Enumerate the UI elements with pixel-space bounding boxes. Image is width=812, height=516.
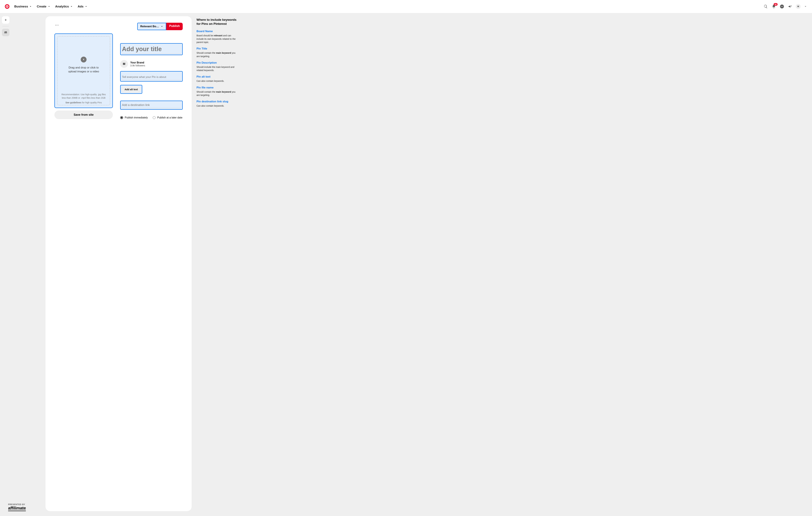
board-select[interactable]: Relevant Bo… (137, 23, 166, 30)
upload-arrow-icon (81, 57, 87, 62)
description-input[interactable] (122, 74, 181, 80)
left-rail (0, 13, 11, 516)
nav-ads[interactable]: Ads (78, 5, 87, 8)
desc-highlight (120, 71, 183, 82)
svg-point-5 (5, 32, 5, 32)
nav-analytics[interactable]: Analytics (55, 5, 73, 8)
notification-badge: 94 (774, 3, 778, 6)
publish-button[interactable]: Publish (166, 23, 183, 30)
annotation-pin-title: Pin Title Should contain the main keywor… (197, 47, 239, 58)
chevron-down-icon (85, 5, 87, 8)
radio-empty-icon (153, 116, 155, 119)
card-body: Drag and drop or click to upload images … (54, 33, 183, 119)
bell-icon[interactable]: 94 (772, 4, 776, 9)
link-highlight (120, 100, 183, 110)
nav-create[interactable]: Create (37, 5, 50, 8)
content-row: Relevant Bo… Publish Drag and drop (11, 13, 812, 516)
nav-label: Create (37, 5, 46, 8)
add-button[interactable] (2, 16, 9, 24)
more-options-button[interactable] (54, 23, 59, 28)
radio-filled-icon (120, 116, 123, 119)
chevron-down-icon (29, 5, 32, 8)
upload-recommendation: Recommendation: Use high-quality .jpg fi… (58, 93, 109, 104)
top-nav: Business Create Analytics Ads 94 M (0, 0, 812, 13)
avatar[interactable]: M (796, 4, 801, 9)
chevron-down-icon (48, 5, 50, 8)
annotation-pin-file-name: Pin file name Should contain the main ke… (197, 86, 239, 97)
avatar: M (120, 60, 128, 68)
annotation-pin-description: Pin Description Should include the main … (197, 61, 239, 72)
chat-icon[interactable] (780, 4, 784, 9)
destination-link-input[interactable] (122, 102, 181, 108)
upload-dropzone[interactable]: Drag and drop or click to upload images … (54, 33, 113, 108)
top-nav-right: 94 M (763, 4, 807, 9)
pinterest-logo-icon[interactable] (5, 4, 9, 9)
alt-highlight: Add alt text (120, 85, 142, 94)
svg-point-3 (782, 6, 783, 7)
nav-label: Analytics (55, 5, 69, 8)
board-selected-label: Relevant Bo… (140, 25, 159, 28)
nav-label: Ads (78, 5, 84, 8)
annotation-pin-link-slug: Pin destination link slug Can also conta… (197, 100, 239, 108)
publish-immediately-radio[interactable]: Publish immediately (120, 116, 148, 119)
board-publish-group: Relevant Bo… Publish (137, 23, 183, 30)
presented-brand: affilimate (8, 506, 26, 511)
nav-label: Business (14, 5, 28, 8)
chevron-down-icon (70, 5, 73, 8)
title-highlight (120, 43, 183, 55)
chevron-down-icon (161, 25, 163, 28)
upload-column: Drag and drop or click to upload images … (54, 33, 113, 119)
publish-timing-row: Publish immediately Publish at a later d… (120, 116, 183, 119)
annotation-board-name: Board Name Board should be relevant and … (197, 30, 239, 44)
main-area: Relevant Bo… Publish Drag and drop (0, 13, 812, 516)
annotation-sidebar: Where to include keywords for Pins on Pi… (197, 16, 239, 511)
image-icon[interactable] (2, 29, 9, 36)
presented-label: PRESENTED BY (8, 503, 26, 506)
svg-point-1 (781, 6, 781, 7)
chevron-down-icon[interactable] (804, 4, 807, 9)
form-column: M Your Brand 3.9k followers Add alt text (120, 33, 183, 119)
top-nav-left: Business Create Analytics Ads (5, 4, 87, 9)
brand-followers: 3.9k followers (130, 64, 145, 67)
search-icon[interactable] (763, 4, 768, 9)
title-input[interactable] (122, 44, 181, 54)
megaphone-icon[interactable] (788, 4, 792, 9)
annotation-pin-alt-text: Pin alt text Can also contain keywords. (197, 75, 239, 83)
annotation-heading: Where to include keywords for Pins on Pi… (197, 18, 239, 26)
svg-point-2 (782, 6, 782, 7)
brand-name: Your Brand (130, 61, 145, 64)
upload-text: Drag and drop or click to upload images … (67, 66, 100, 73)
pin-builder-card: Relevant Bo… Publish Drag and drop (46, 16, 192, 511)
nav-business[interactable]: Business (14, 5, 32, 8)
card-top-row: Relevant Bo… Publish (54, 23, 183, 30)
brand-row: M Your Brand 3.9k followers (120, 60, 183, 68)
presented-by: PRESENTED BY affilimate (8, 503, 26, 511)
save-from-site-button[interactable]: Save from site (54, 111, 113, 119)
publish-later-radio[interactable]: Publish at a later date (153, 116, 182, 119)
add-alt-text-button[interactable]: Add alt text (121, 86, 141, 93)
